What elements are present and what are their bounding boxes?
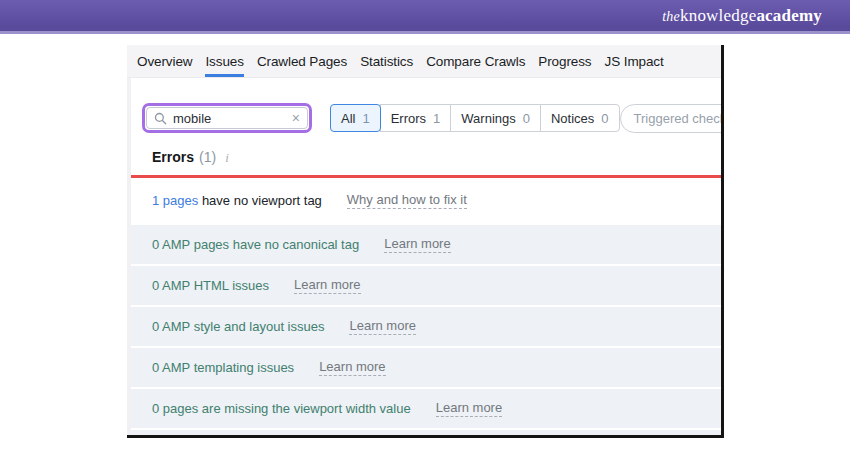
filter-label: Warnings (461, 111, 515, 126)
site-audit-panel: Overview Issues Crawled Pages Statistics… (127, 45, 724, 438)
filter-count: 1 (362, 111, 369, 126)
tab-progress[interactable]: Progress (538, 45, 591, 77)
issue-row-viewport-tag: 1 pages have no viewport tag Why and how… (131, 178, 721, 223)
filter-label: Notices (551, 111, 594, 126)
filter-count: 1 (433, 111, 440, 126)
issues-card: × All 1 Errors 1 Warnings 0 (131, 78, 721, 435)
tab-js-impact[interactable]: JS Impact (605, 45, 664, 77)
tab-crawled-pages[interactable]: Crawled Pages (257, 45, 347, 77)
errors-count: (1) (199, 149, 216, 165)
issue-text: 0 AMP style and layout issues (152, 319, 324, 334)
filter-toolbar: × All 1 Errors 1 Warnings 0 (142, 103, 713, 133)
issue-row-amp-templating: 0 AMP templating issues Learn more (131, 348, 721, 387)
learn-more-link[interactable]: Learn more (349, 318, 415, 335)
issue-row-amp-html: 0 AMP HTML issues Learn more (131, 266, 721, 305)
filter-label: All (341, 111, 355, 126)
errors-heading: Errors (1) i (152, 149, 721, 166)
logo-the: the (662, 9, 680, 24)
knowledge-academy-logo: theknowledgeacademy (662, 6, 822, 26)
issue-list: 1 pages have no viewport tag Why and how… (131, 178, 721, 435)
search-box-highlight: × (142, 103, 312, 133)
top-banner: theknowledgeacademy (0, 0, 850, 34)
learn-more-link[interactable]: Learn more (384, 236, 450, 253)
tab-issues[interactable]: Issues (205, 45, 243, 77)
filter-notices-button[interactable]: Notices 0 (540, 104, 620, 132)
tab-compare-crawls[interactable]: Compare Crawls (426, 45, 525, 77)
issue-text: 0 AMP HTML issues (152, 278, 269, 293)
clear-search-icon[interactable]: × (292, 111, 300, 125)
filter-count: 0 (601, 111, 608, 126)
filter-all-button[interactable]: All 1 (330, 104, 381, 132)
why-how-to-fix-link[interactable]: Why and how to fix it (347, 192, 467, 209)
info-icon[interactable]: i (225, 150, 229, 166)
issue-row-amp-canonical: 0 AMP pages have no canonical tag Learn … (131, 225, 721, 264)
triggered-checks-dropdown[interactable]: Triggered checks (620, 104, 724, 133)
search-icon (154, 112, 167, 125)
search-input[interactable] (173, 111, 286, 126)
triggered-checks-label: Triggered checks (634, 111, 724, 126)
issue-row-partial (131, 430, 721, 438)
filter-count: 0 (523, 111, 530, 126)
issue-row-amp-style: 0 AMP style and layout issues Learn more (131, 307, 721, 346)
search-box: × (146, 107, 308, 129)
learn-more-link[interactable]: Learn more (319, 359, 385, 376)
issue-text: 0 AMP templating issues (152, 360, 294, 375)
card-wrap: × All 1 Errors 1 Warnings 0 (127, 78, 721, 435)
learn-more-link[interactable]: Learn more (294, 277, 360, 294)
tab-bar: Overview Issues Crawled Pages Statistics… (127, 45, 721, 78)
issue-pages-link[interactable]: 1 pages (152, 193, 198, 208)
logo-academy: academy (756, 6, 822, 25)
errors-title: Errors (152, 149, 194, 165)
filter-label: Errors (391, 111, 426, 126)
filter-errors-button[interactable]: Errors 1 (380, 104, 452, 132)
issue-text: have no viewport tag (198, 193, 322, 208)
tab-statistics[interactable]: Statistics (360, 45, 413, 77)
tab-overview[interactable]: Overview (137, 45, 192, 77)
issue-text: 0 AMP pages have no canonical tag (152, 237, 359, 252)
filter-warnings-button[interactable]: Warnings 0 (450, 104, 541, 132)
severity-filter: All 1 Errors 1 Warnings 0 Notices 0 (330, 104, 620, 132)
logo-knowledge: knowledge (680, 6, 756, 25)
issue-text: 0 pages are missing the viewport width v… (152, 401, 411, 416)
learn-more-link[interactable]: Learn more (436, 400, 502, 417)
issue-row-viewport-width: 0 pages are missing the viewport width v… (131, 389, 721, 428)
